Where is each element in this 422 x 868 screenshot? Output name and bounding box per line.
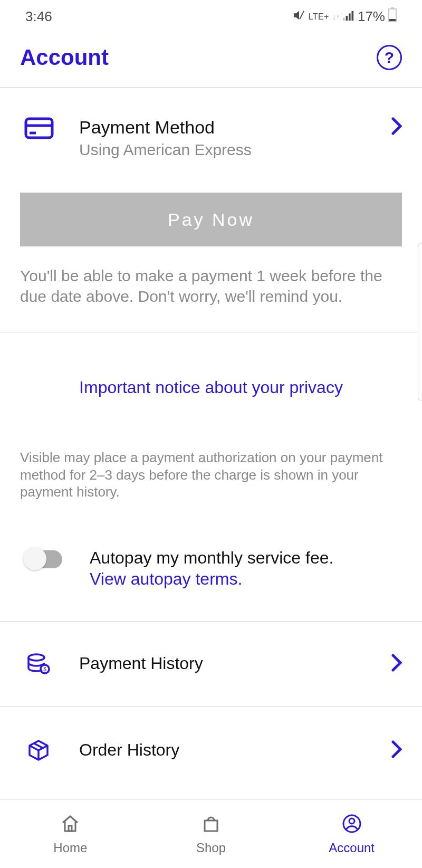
status-bar: 3:46 LTE+ ↓↑ 17% [0, 0, 422, 30]
nav-shop[interactable]: Shop [141, 800, 282, 868]
chevron-right-icon [391, 117, 402, 137]
home-icon [60, 813, 81, 837]
bottom-nav: Home Shop Account [0, 799, 422, 868]
payment-method-subtitle: Using American Express [79, 141, 366, 159]
svg-line-0 [300, 11, 304, 20]
autopay-row: Autopay my monthly service fee. View aut… [0, 501, 422, 622]
svg-rect-14 [69, 826, 72, 831]
payment-history-label: Payment History [79, 654, 363, 673]
chevron-right-icon [391, 740, 402, 760]
nav-account[interactable]: Account [281, 800, 422, 868]
bag-icon [200, 813, 222, 837]
scroll-indicator [418, 243, 422, 401]
status-time: 3:46 [25, 8, 52, 25]
coins-icon: $ [26, 653, 51, 674]
svg-point-11 [28, 654, 44, 661]
order-history-label: Order History [79, 740, 363, 760]
svg-rect-2 [346, 16, 348, 21]
package-icon [26, 739, 51, 761]
svg-text:$: $ [43, 666, 46, 672]
svg-rect-8 [26, 119, 52, 138]
svg-rect-3 [349, 13, 351, 21]
svg-rect-4 [351, 11, 353, 21]
pay-message: You'll be able to make a payment 1 week … [0, 246, 422, 332]
nav-account-label: Account [329, 841, 375, 855]
nav-home[interactable]: Home [0, 800, 141, 868]
toggle-knob [23, 547, 46, 570]
chevron-right-icon [391, 654, 402, 674]
data-arrows-icon: ↓↑ [332, 13, 340, 21]
help-button[interactable]: ? [377, 45, 402, 70]
card-icon [24, 117, 54, 139]
pay-now-button[interactable]: Pay Now [20, 193, 402, 246]
account-icon [341, 813, 362, 837]
nav-home-label: Home [53, 841, 87, 855]
page-title: Account [20, 45, 109, 70]
svg-rect-1 [343, 18, 345, 21]
svg-rect-7 [389, 19, 396, 21]
mute-icon [293, 8, 305, 25]
svg-point-16 [349, 818, 354, 824]
network-label: LTE+ [308, 12, 329, 22]
autopay-toggle[interactable] [24, 550, 62, 568]
status-right: LTE+ ↓↑ 17% [293, 7, 397, 26]
battery-percent: 17% [358, 8, 385, 25]
order-history-row[interactable]: Order History [0, 707, 422, 767]
payment-history-row[interactable]: $ Payment History [0, 622, 422, 707]
authorization-note: Visible may place a payment authorizatio… [0, 413, 422, 501]
payment-method-title: Payment Method [79, 117, 366, 138]
page-header: Account ? [0, 30, 422, 88]
help-icon: ? [385, 49, 394, 66]
autopay-label: Autopay my monthly service fee. [90, 548, 333, 567]
signal-icon [343, 8, 354, 25]
autopay-terms-link[interactable]: View autopay terms. [90, 569, 242, 588]
payment-method-row[interactable]: Payment Method Using American Express [0, 88, 422, 159]
nav-shop-label: Shop [196, 841, 226, 855]
privacy-notice-link[interactable]: Important notice about your privacy [0, 332, 422, 413]
battery-icon [388, 7, 397, 26]
